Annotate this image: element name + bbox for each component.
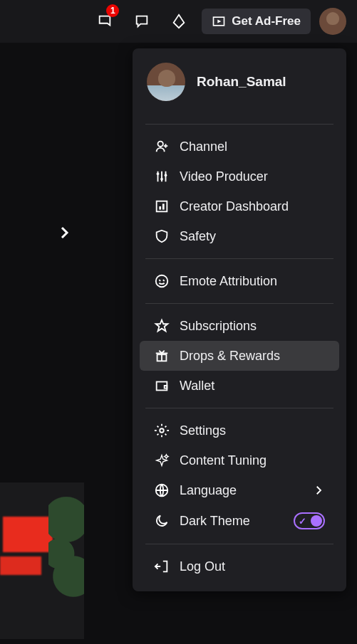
menu-item-label: Video Producer [180,169,325,184]
menu-item-subscriptions[interactable]: Subscriptions [140,311,339,341]
menu-item-label: Dark Theme [180,514,284,529]
menu-divider [145,544,333,544]
svg-point-4 [165,174,167,176]
menu-divider [145,408,333,408]
svg-point-8 [156,275,168,287]
dashboard-icon [154,199,170,214]
ad-free-icon [212,14,226,28]
wallet-icon [154,378,170,394]
toggle-knob [311,515,322,527]
bits-button[interactable] [165,7,193,36]
menu-item-dark-theme[interactable]: Dark Theme ✓ [140,505,339,537]
menu-item-channel[interactable]: Channel [140,132,339,162]
menu-item-label: Wallet [180,379,325,394]
star-icon [154,318,170,334]
inbox-button[interactable]: 1 [90,7,119,36]
gear-icon [154,423,170,438]
gift-icon [154,348,170,364]
user-avatar-button[interactable] [319,8,346,35]
menu-item-label: Emote Attribution [180,274,325,289]
globe-icon [154,482,170,498]
user-menu-header[interactable]: Rohan_Samal [133,58,346,117]
menu-item-drops-rewards[interactable]: Drops & Rewards [140,341,339,371]
menu-item-label: Channel [180,139,325,154]
menu-divider [145,258,333,259]
menu-item-label: Drops & Rewards [180,349,325,364]
stream-thumbnail[interactable] [0,482,84,639]
menu-item-label: Language [180,483,302,498]
menu-item-label: Safety [180,229,325,244]
menu-item-language[interactable]: Language [140,475,339,505]
chevron-right-icon [312,484,325,497]
get-ad-free-label: Get Ad-Free [232,14,301,28]
svg-point-11 [160,428,164,433]
menu-item-label: Content Tuning [180,453,325,468]
menu-divider [145,124,333,125]
carousel-next-button[interactable] [56,224,73,244]
dark-theme-toggle[interactable]: ✓ [294,512,325,529]
svg-point-3 [160,178,163,181]
username-label: Rohan_Samal [197,74,286,90]
menu-item-label: Log Out [180,559,325,574]
user-icon [154,139,170,154]
whispers-button[interactable] [128,7,156,36]
shield-icon [154,228,170,244]
emote-icon [154,273,170,289]
svg-rect-5 [157,201,167,212]
top-bar: 1 Get Ad-Free [0,0,357,43]
user-menu-dropdown: Rohan_Samal Channel Video Producer Creat… [133,48,346,591]
svg-rect-6 [159,206,161,210]
menu-item-label: Settings [180,423,325,438]
moon-icon [154,513,170,529]
menu-item-wallet[interactable]: Wallet [140,371,339,401]
check-icon: ✓ [299,516,306,527]
sparkle-icon [154,453,170,468]
menu-item-content-tuning[interactable]: Content Tuning [140,445,339,475]
notification-badge: 1 [106,4,119,17]
menu-item-settings[interactable]: Settings [140,416,339,445]
logout-icon [154,559,170,574]
menu-divider [145,303,333,304]
get-ad-free-button[interactable]: Get Ad-Free [202,9,311,34]
menu-item-emote-attribution[interactable]: Emote Attribution [140,266,339,296]
chevron-right-icon [56,224,73,241]
menu-item-label: Creator Dashboard [180,199,325,214]
sliders-icon [154,169,170,184]
svg-point-2 [157,173,160,176]
menu-item-video-producer[interactable]: Video Producer [140,162,339,191]
svg-rect-7 [162,204,165,209]
bits-icon [171,14,187,29]
user-avatar [147,63,185,101]
menu-item-safety[interactable]: Safety [140,221,339,251]
menu-item-label: Subscriptions [180,319,325,334]
menu-item-creator-dashboard[interactable]: Creator Dashboard [140,191,339,221]
menu-item-logout[interactable]: Log Out [140,551,339,581]
svg-point-1 [158,142,163,147]
chat-icon [134,14,150,29]
